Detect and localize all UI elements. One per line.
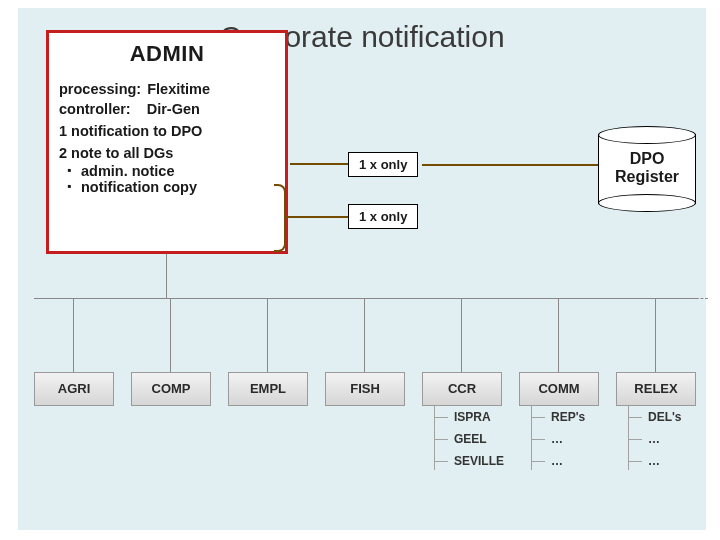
arrow-2 bbox=[286, 216, 348, 218]
controller-value: Dir-Gen bbox=[137, 101, 275, 117]
ccr-child-1: ISPRA bbox=[434, 406, 524, 428]
org-bus-dashed bbox=[682, 298, 708, 299]
node-agri: AGRI bbox=[34, 372, 114, 406]
node-fish: FISH bbox=[325, 372, 405, 406]
ccr-child-2: GEEL bbox=[434, 428, 524, 450]
ccr-child-3: SEVILLE bbox=[434, 450, 524, 472]
comm-child-1: REP's bbox=[531, 406, 621, 428]
drop-ccr bbox=[461, 298, 462, 372]
register-line-1: DPO bbox=[630, 150, 665, 167]
relex-child-2: … bbox=[628, 428, 708, 450]
comm-child-2: … bbox=[531, 428, 621, 450]
arrow-to-register bbox=[422, 164, 598, 166]
controller-label: controller: bbox=[59, 101, 131, 117]
relex-child-3: … bbox=[628, 450, 708, 472]
admin-item-2: 2 note to all DGs bbox=[59, 145, 275, 161]
comm-child-3: … bbox=[531, 450, 621, 472]
admin-item-2-sub-2: notification copy bbox=[59, 179, 275, 195]
admin-controller: controller: Dir-Gen bbox=[59, 101, 275, 117]
drop-fish bbox=[364, 298, 365, 372]
dpo-register: DPO Register bbox=[598, 126, 696, 212]
node-ccr: CCR bbox=[422, 372, 502, 406]
register-line-2: Register bbox=[615, 168, 679, 185]
node-comm: COMM bbox=[519, 372, 599, 406]
admin-processing: processing: Flexitime bbox=[59, 81, 275, 97]
diagram-stage: Corporate notification ADMIN processing:… bbox=[18, 8, 706, 530]
drop-empl bbox=[267, 298, 268, 372]
processing-value: Flexitime bbox=[147, 81, 275, 97]
tag-1x-bottom: 1 x only bbox=[348, 204, 418, 229]
admin-heading: ADMIN bbox=[59, 41, 275, 67]
node-empl: EMPL bbox=[228, 372, 308, 406]
drop-relex bbox=[655, 298, 656, 372]
tag-1x-top: 1 x only bbox=[348, 152, 418, 177]
bracket-icon bbox=[274, 184, 286, 252]
drop-comp bbox=[170, 298, 171, 372]
arrow-1 bbox=[290, 163, 348, 165]
drop-comm bbox=[558, 298, 559, 372]
admin-item-1: 1 notification to DPO bbox=[59, 123, 275, 139]
node-relex: RELEX bbox=[616, 372, 696, 406]
admin-box: ADMIN processing: Flexitime controller: … bbox=[46, 30, 288, 254]
org-bus-line bbox=[34, 298, 696, 299]
drop-agri bbox=[73, 298, 74, 372]
trunk-line bbox=[166, 254, 167, 298]
relex-child-1: DEL's bbox=[628, 406, 708, 428]
node-comp: COMP bbox=[131, 372, 211, 406]
admin-item-2-sub-1: admin. notice bbox=[59, 163, 275, 179]
subtree-comm: REP's … … bbox=[531, 406, 621, 472]
subtree-ccr: ISPRA GEEL SEVILLE bbox=[434, 406, 524, 472]
subtree-relex: DEL's … … bbox=[628, 406, 708, 472]
processing-label: processing: bbox=[59, 81, 141, 97]
